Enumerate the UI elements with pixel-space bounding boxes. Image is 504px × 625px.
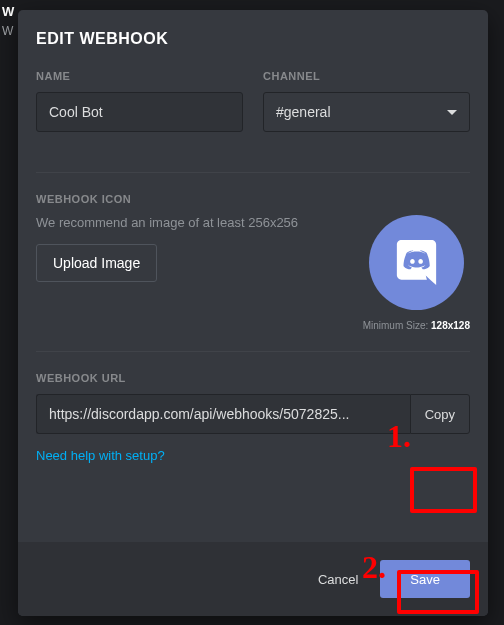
- channel-label: CHANNEL: [263, 70, 470, 82]
- min-size-text: Minimum Size: 128x128: [363, 320, 470, 331]
- icon-row: We recommend an image of at least 256x25…: [36, 215, 470, 331]
- url-label: WEBHOOK URL: [36, 372, 470, 384]
- modal-footer: Cancel Save: [18, 542, 488, 616]
- discord-logo-icon: [389, 235, 444, 290]
- icon-hint: We recommend an image of at least 256x25…: [36, 215, 347, 230]
- channel-value: #general: [276, 104, 447, 120]
- chevron-down-icon: [447, 110, 457, 115]
- icon-left: We recommend an image of at least 256x25…: [36, 215, 347, 282]
- copy-button[interactable]: Copy: [410, 394, 470, 434]
- edit-webhook-modal: EDIT WEBHOOK NAME CHANNEL #general WEBHO…: [18, 10, 488, 616]
- webhook-avatar[interactable]: [369, 215, 464, 310]
- url-row: Copy: [36, 394, 470, 434]
- save-button[interactable]: Save: [380, 560, 470, 598]
- channel-col: CHANNEL #general: [263, 70, 470, 132]
- webhook-url-input[interactable]: [36, 394, 410, 434]
- icon-label: WEBHOOK ICON: [36, 193, 470, 205]
- min-size-value: 128x128: [431, 320, 470, 331]
- name-input[interactable]: [36, 92, 243, 132]
- icon-right: Minimum Size: 128x128: [363, 215, 470, 331]
- name-col: NAME: [36, 70, 243, 132]
- modal-title: EDIT WEBHOOK: [36, 30, 470, 48]
- modal-body: EDIT WEBHOOK NAME CHANNEL #general WEBHO…: [18, 10, 488, 542]
- min-size-prefix: Minimum Size:: [363, 320, 431, 331]
- spacer-top: [36, 132, 470, 172]
- help-link[interactable]: Need help with setup?: [36, 448, 165, 463]
- name-label: NAME: [36, 70, 243, 82]
- upload-image-button[interactable]: Upload Image: [36, 244, 157, 282]
- url-section: WEBHOOK URL Copy Need help with setup?: [36, 352, 470, 494]
- bg-desc: W: [2, 24, 13, 38]
- name-channel-row: NAME CHANNEL #general: [36, 70, 470, 132]
- bg-heading: W: [2, 4, 14, 19]
- channel-select[interactable]: #general: [263, 92, 470, 132]
- icon-section: WEBHOOK ICON We recommend an image of at…: [36, 173, 470, 351]
- cancel-button[interactable]: Cancel: [300, 562, 376, 597]
